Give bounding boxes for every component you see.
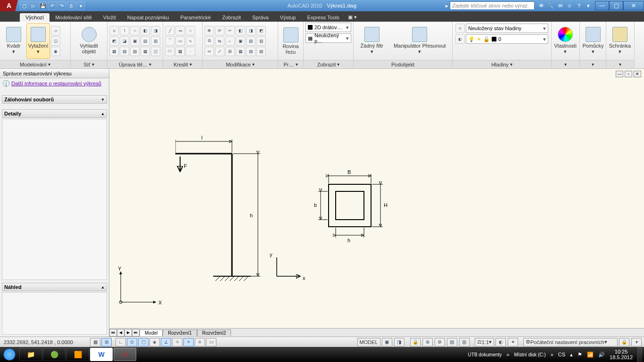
space-toggle[interactable]: MODEL — [357, 338, 380, 346]
dyn-toggle[interactable]: + — [183, 338, 194, 346]
tab-poznamka[interactable]: Napsat poznámku — [122, 13, 175, 22]
app-logo[interactable]: A — [0, 0, 18, 11]
se-icon[interactable]: ◫ — [151, 47, 160, 56]
rect-icon[interactable]: ▭ — [175, 36, 185, 46]
properties-button[interactable]: Vlastnosti▾ — [553, 23, 577, 59]
rotate-icon[interactable]: ⟳ — [215, 26, 224, 35]
qat-save-icon[interactable]: 💾 — [39, 1, 47, 10]
move-icon[interactable]: ✥ — [205, 26, 214, 35]
tab-nav-first[interactable]: ⏮ — [109, 329, 117, 337]
qp-toggle[interactable]: ▭ — [206, 338, 216, 346]
tab-model[interactable]: Model — [140, 329, 163, 336]
snap-toggle[interactable]: ▦ — [90, 338, 100, 346]
se-icon[interactable]: ▩ — [140, 47, 150, 56]
lwt-toggle[interactable]: ≡ — [195, 338, 205, 346]
ortho-toggle[interactable]: ∟ — [116, 338, 126, 346]
comm-icon[interactable]: ✉ — [556, 3, 564, 9]
tab-express[interactable]: Express Tools — [301, 13, 345, 22]
osnap3d-toggle[interactable]: ◈ — [149, 338, 160, 346]
sectionplane-button[interactable]: Rovina řezu — [280, 23, 301, 59]
se-icon[interactable]: ◪ — [120, 36, 129, 46]
tray-up-icon[interactable]: ▴ — [570, 352, 573, 358]
maximize-button[interactable]: ▢ — [609, 1, 623, 10]
tab-sprava[interactable]: Správa — [247, 13, 274, 22]
line-icon[interactable]: ╱ — [165, 26, 174, 35]
chevron-down-icon[interactable]: ▾ — [585, 3, 592, 9]
qat-new-icon[interactable]: ▢ — [20, 1, 28, 10]
revolve-icon[interactable]: ◉ — [51, 47, 60, 56]
m-icon[interactable]: ▦ — [236, 47, 245, 56]
minimize-button[interactable]: — — [595, 1, 609, 10]
drawing-canvas[interactable]: l F h y x — [109, 69, 644, 328]
search-input[interactable]: Zadejte klíčové slovo nebo výraz. — [450, 1, 535, 10]
presspull-icon[interactable]: ◫ — [51, 36, 60, 46]
se-icon[interactable]: ▧ — [120, 47, 129, 56]
m-icon[interactable]: ◩ — [256, 26, 266, 35]
se-icon[interactable]: ▤ — [140, 36, 150, 46]
sb-lock-icon[interactable]: 🔒 — [619, 338, 629, 346]
tab-vlozit[interactable]: Vložit — [98, 13, 122, 22]
ducs-toggle[interactable]: ✧ — [172, 338, 182, 346]
subtract-icon[interactable]: ∖ — [120, 26, 129, 35]
sb-icon[interactable]: ◐ — [495, 338, 506, 346]
sb-icon[interactable]: ⚙ — [435, 338, 445, 346]
tab-nav-next[interactable]: ▶ — [124, 329, 132, 337]
layer-combo[interactable]: 💡 ☀ 🔓 0▾ — [466, 34, 548, 44]
tab-vystup[interactable]: Výstup — [274, 13, 302, 22]
sb-tray-icon[interactable]: ▾ — [631, 338, 642, 346]
tab-layout1[interactable]: Rozvržení1 — [163, 329, 197, 336]
flag-icon[interactable]: ⚑ — [578, 352, 582, 358]
volume-icon[interactable]: 🔊 — [598, 352, 605, 358]
tab-nav-prev[interactable]: ◀ — [117, 329, 124, 337]
smooth-button[interactable]: Vyhladit objekt — [75, 23, 103, 58]
drm-section-details[interactable]: Detaily▲ — [2, 109, 107, 118]
ellipse-icon[interactable]: ⬭ — [165, 47, 174, 56]
se-icon[interactable]: ▣ — [130, 36, 140, 46]
stretch-icon[interactable]: ⇔ — [205, 47, 214, 56]
task-explorer[interactable]: 📁 — [19, 348, 42, 361]
annoscale[interactable]: ⚖ 1:1 ▾ — [475, 338, 494, 346]
fillet-icon[interactable]: ⌐ — [225, 36, 235, 46]
point-icon[interactable]: · — [186, 47, 195, 56]
binoculars-icon[interactable]: 👁 — [537, 3, 545, 9]
network-icon[interactable]: 📶 — [587, 352, 594, 358]
sb-lock-icon[interactable]: 🔒 — [410, 338, 421, 346]
coordinates[interactable]: 2332.2692, 541.2418 , 0.0000 — [0, 339, 90, 345]
scale-icon[interactable]: ⤢ — [215, 47, 224, 56]
box-button[interactable]: Kvádr▾ — [2, 23, 25, 59]
layerstate-combo[interactable]: Neuložený stav hladiny▾ — [466, 24, 548, 33]
m-icon[interactable]: ◧ — [236, 26, 245, 35]
help-icon[interactable]: ? — [575, 3, 583, 9]
drm-info-link[interactable]: iDalší informace o restaurování výkresů — [0, 78, 109, 89]
tab-nav-last[interactable]: ⏭ — [132, 329, 140, 337]
se-icon[interactable]: ◧ — [140, 26, 150, 35]
show-desktop[interactable] — [637, 347, 642, 362]
qat-dropdown-icon[interactable]: ▾ — [76, 1, 85, 10]
spline-icon[interactable]: ∿ — [186, 36, 195, 46]
grid-toggle[interactable]: ⊞ — [101, 338, 112, 346]
se-icon[interactable]: ◨ — [151, 26, 160, 35]
tab-modelovani-site[interactable]: Modelování sítě — [50, 13, 98, 22]
m-icon[interactable]: ▣ — [236, 36, 245, 46]
key-icon[interactable]: 🔧 — [547, 3, 554, 9]
nofilter-button[interactable]: Žádný filtr▾ — [358, 23, 386, 59]
layer-prop-icon[interactable]: ≡ — [455, 24, 465, 33]
extrude-button[interactable]: Vytažení▾ — [26, 23, 50, 59]
intersect-icon[interactable]: ∩ — [130, 26, 140, 35]
start-button[interactable] — [0, 347, 19, 362]
drm-section-preview[interactable]: Náhled▲ — [2, 283, 107, 291]
view-combo[interactable]: ▦Neuložený p…▾ — [305, 33, 351, 43]
qat-redo-icon[interactable]: ↷ — [58, 1, 66, 10]
se-icon[interactable]: ▨ — [130, 47, 140, 56]
task-autocad[interactable]: A — [114, 348, 136, 361]
sb-icon[interactable]: ◨ — [394, 338, 405, 346]
qat-open-icon[interactable]: ▷ — [29, 1, 38, 10]
pin-utb[interactable]: UTB dokumenty — [468, 352, 502, 357]
polyline-icon[interactable]: ⫘ — [175, 26, 185, 35]
task-word[interactable]: W — [90, 348, 113, 361]
se-icon[interactable]: ◩ — [109, 36, 119, 46]
clock[interactable]: 10:2518.5.2012 — [610, 349, 633, 360]
gizmo-button[interactable]: Manipulátor Přesunout▾ — [391, 23, 448, 59]
polysolid-icon[interactable]: ▱ — [51, 26, 60, 35]
osnap-toggle[interactable]: ▢ — [138, 338, 149, 346]
